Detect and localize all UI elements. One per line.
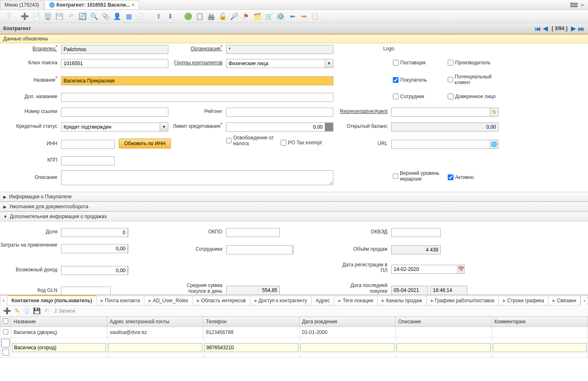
hamburger-icon[interactable] xyxy=(570,3,578,7)
gln-field[interactable] xyxy=(61,287,111,295)
attach-icon[interactable]: 📎 xyxy=(101,12,111,21)
col-comm[interactable]: Комментарии xyxy=(492,317,588,327)
tax-exempt-checkbox[interactable] xyxy=(226,138,231,143)
okpo-field[interactable] xyxy=(226,228,280,237)
col-phone[interactable]: Телефон xyxy=(203,317,300,327)
expand-icon[interactable]: ⦠ xyxy=(581,1,584,8)
chart-icon[interactable]: 🟢 xyxy=(183,12,193,21)
refresh-small-icon[interactable]: ↻ xyxy=(490,108,498,117)
col-name[interactable]: Название xyxy=(11,317,107,327)
delete-icon[interactable]: 🗑️ xyxy=(43,12,53,21)
row-comm-input[interactable] xyxy=(493,343,587,352)
row-phone-input[interactable] xyxy=(204,343,298,352)
search-icon[interactable]: 🔍 xyxy=(89,12,99,21)
org-field[interactable] xyxy=(226,45,333,54)
calculator-icon[interactable] xyxy=(325,122,333,132)
top-hierarchy-checkbox[interactable] xyxy=(393,173,398,179)
label-owner[interactable]: Владелец xyxy=(0,46,60,52)
col-desc[interactable]: Описание xyxy=(396,317,492,327)
subtab-schedules[interactable]: ▶Графики работы/поставок xyxy=(426,296,499,306)
scroll-right-icon[interactable]: › xyxy=(581,295,588,306)
label-org[interactable]: Организация xyxy=(171,46,225,52)
last-record-icon[interactable]: ⏭ xyxy=(577,25,585,32)
subtab-mail[interactable]: ▶Почта контакта xyxy=(96,296,144,306)
gear-icon[interactable]: ⚙️ xyxy=(276,12,286,21)
prev-record-icon[interactable]: ◀ xyxy=(542,25,549,32)
credit-status-field[interactable] xyxy=(61,122,160,132)
grid-icon[interactable]: ▦ xyxy=(124,12,134,21)
row-name-input[interactable] xyxy=(12,343,106,352)
globe-icon[interactable]: 🌐 xyxy=(490,140,498,149)
calculator-icon[interactable] xyxy=(128,228,128,237)
first-record-icon[interactable]: ⏮ xyxy=(534,25,542,32)
tab-contragent[interactable]: Контрагент: 1016551 Васили... × xyxy=(45,0,139,9)
rep-agent-field[interactable] xyxy=(391,108,490,117)
close-icon[interactable]: × xyxy=(132,2,135,8)
subtab-interests[interactable]: ▶Область интересов xyxy=(192,296,250,306)
calculator-icon[interactable] xyxy=(128,244,128,253)
scroll-left-icon[interactable]: ‹ xyxy=(0,295,7,306)
report-icon[interactable]: 📋 xyxy=(195,12,205,21)
copy-icon[interactable]: 📄 xyxy=(31,12,41,21)
grid-new-icon[interactable]: ➕ xyxy=(3,307,11,315)
vendor-checkbox[interactable] xyxy=(393,60,399,66)
owner-field[interactable] xyxy=(61,45,168,54)
cart-icon[interactable]: 🛒 xyxy=(264,12,274,21)
clipboard-icon[interactable]: 📋 xyxy=(310,12,320,21)
tab-menu[interactable]: Меню (179243) xyxy=(0,0,44,9)
url-field[interactable] xyxy=(391,140,490,149)
collapse-sales-info[interactable]: ▼Дополнительная информация о продажах xyxy=(0,212,588,221)
collapse-buyer-info[interactable]: ▶Информация о Покупателе xyxy=(0,192,588,202)
row-email-input[interactable] xyxy=(108,343,202,352)
employee-checkbox[interactable] xyxy=(393,94,399,99)
po-tax-exempt-checkbox[interactable] xyxy=(281,140,286,146)
acq-cost-field[interactable] xyxy=(61,244,128,253)
rating-field[interactable] xyxy=(226,108,333,117)
subtab-address[interactable]: Адрес xyxy=(311,296,334,306)
dropdown-icon[interactable]: ▼ xyxy=(325,59,333,68)
export-icon[interactable]: ➡ xyxy=(299,12,309,21)
search-key-field[interactable] xyxy=(61,59,168,68)
kpp-field[interactable] xyxy=(61,156,115,165)
row-checkbox[interactable] xyxy=(1,339,10,348)
reg-date-field[interactable] xyxy=(391,265,458,274)
prospect-checkbox[interactable] xyxy=(448,77,453,82)
select-all-checkbox[interactable] xyxy=(3,318,8,324)
row-desc-input[interactable] xyxy=(397,343,491,352)
grid-edit-icon[interactable]: ✎ xyxy=(13,307,21,315)
credit-limit-field[interactable] xyxy=(226,122,325,132)
subtab-schedule-lines[interactable]: ▶Строки графика xyxy=(498,296,548,306)
calculator-icon[interactable] xyxy=(293,245,293,254)
down-icon[interactable]: ⬇ xyxy=(165,12,175,21)
update-inn-button[interactable]: Обновить по ИНН xyxy=(119,139,171,148)
manufacturer-checkbox[interactable] xyxy=(448,60,453,66)
share-field[interactable] xyxy=(61,228,128,237)
up-icon[interactable]: ⬆ xyxy=(153,12,163,21)
row-bdate-input[interactable] xyxy=(300,343,394,352)
extra-name-field[interactable] xyxy=(61,93,333,102)
refresh-icon[interactable]: 🔄 xyxy=(78,12,87,21)
label-rep-agent[interactable]: Representative/Agent xyxy=(336,108,390,114)
okved-field[interactable] xyxy=(391,228,441,237)
flag-icon[interactable]: ⚑ xyxy=(241,12,251,21)
trusted-checkbox[interactable] xyxy=(448,94,453,99)
employees-field[interactable] xyxy=(226,245,293,254)
subtab-related[interactable]: ▶Связанн xyxy=(548,296,581,306)
grid-delete-icon[interactable]: 🗑️ xyxy=(23,307,31,315)
grid-save-icon[interactable]: 💾 xyxy=(33,307,40,315)
active-checkbox[interactable] xyxy=(448,174,453,180)
pot-income-field[interactable] xyxy=(61,266,128,275)
collapse-doc-defaults[interactable]: ▶Умолчания для документооборота xyxy=(0,202,588,212)
inn-field[interactable] xyxy=(61,140,115,149)
col-bdate[interactable]: Дата рождения xyxy=(300,317,396,327)
print-icon[interactable]: 🖨️ xyxy=(206,12,216,21)
calendar-icon[interactable]: 📅 xyxy=(458,265,465,274)
history-icon[interactable]: 🕓 xyxy=(135,12,145,21)
lock-icon[interactable]: 🔓 xyxy=(218,12,228,21)
process-icon[interactable]: 🗂️ xyxy=(253,12,262,21)
next-record-icon[interactable]: ▶ xyxy=(570,25,577,32)
grid-undo-icon[interactable]: ↶ xyxy=(43,307,50,315)
edit-row-icon[interactable] xyxy=(2,349,9,355)
customer-checkbox[interactable] xyxy=(393,77,399,83)
import-icon[interactable]: ⬅ xyxy=(287,12,297,21)
